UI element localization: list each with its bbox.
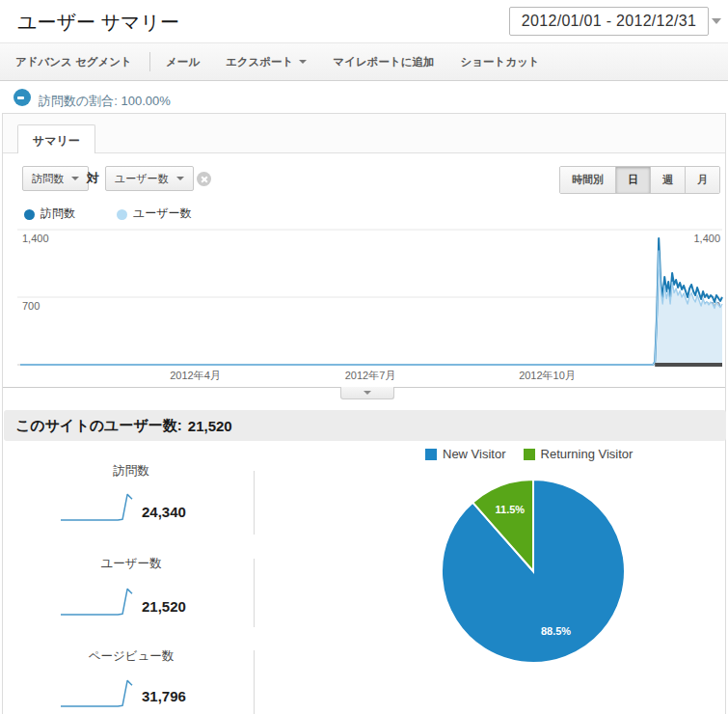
segment-donut-icon — [13, 89, 31, 106]
report-card: サマリー 訪問数 対 ユーザー数 時間別 日 週 月 訪問数 ユーザー数 1,4… — [2, 113, 726, 714]
date-range-picker[interactable]: 2012/01/01 - 2012/12/31 — [509, 7, 709, 36]
audience-overview-report: ユーザー サマリー 2012/01/01 - 2012/12/31 アドバンス … — [0, 0, 728, 714]
add-to-dashboard-button[interactable]: マイレポートに追加 — [333, 55, 434, 69]
primary-metric-label: 訪問数 — [32, 172, 64, 186]
segment-value: 100.00% — [121, 94, 171, 108]
caret-down-icon — [71, 177, 79, 180]
segment-label: 訪問数の割合: — [39, 94, 118, 108]
metric-pageviews-value: 31,796 — [142, 688, 186, 704]
vs-label: 対 — [87, 170, 99, 187]
granularity-hourly-button[interactable]: 時間別 — [560, 167, 615, 193]
summary-banner-value: 21,520 — [188, 418, 232, 434]
metric-visits-label: 訪問数 — [11, 463, 252, 480]
secondary-metric-label: ユーザー数 — [115, 172, 169, 186]
visits-timeline-chart[interactable]: 1,4001,4007007002012年4月2012年7月2012年10月 — [1, 223, 728, 385]
svg-text:700: 700 — [22, 300, 40, 312]
shortcut-button[interactable]: ショートカット — [460, 55, 539, 69]
summary-banner: このサイトのユーザー数: 21,520 — [4, 410, 726, 441]
secondary-metric-dropdown[interactable]: ユーザー数 — [105, 166, 194, 191]
caret-down-icon — [299, 60, 307, 64]
users-legend-label: ユーザー数 — [133, 206, 192, 222]
tab-strip — [3, 114, 725, 153]
date-range-value: 2012/01/01 - 2012/12/31 — [522, 13, 696, 30]
metric-pageviews-sparkline — [59, 674, 134, 709]
svg-text:1,400: 1,400 — [22, 233, 49, 244]
export-button[interactable]: エクスポート — [226, 55, 307, 69]
metric-divider — [254, 650, 255, 714]
summary-banner-label: このサイトのユーザー数: — [15, 417, 182, 435]
advanced-segments-button[interactable]: アドバンス セグメント — [15, 55, 132, 69]
metric-users-label: ユーザー数 — [11, 556, 252, 572]
metric-visits-sparkline — [59, 488, 134, 523]
metric-visits-value: 24,340 — [142, 504, 186, 520]
timeline-collapse-button[interactable] — [340, 387, 394, 399]
toolbar-divider — [149, 52, 150, 71]
new-visitor-swatch — [425, 449, 437, 460]
caret-down-icon — [176, 177, 184, 180]
caret-down-icon — [364, 391, 371, 395]
svg-text:2012年7月: 2012年7月 — [345, 370, 396, 381]
metric-pageviews-label: ページビュー数 — [11, 648, 252, 665]
granularity-day-button[interactable]: 日 — [615, 167, 650, 193]
svg-text:88.5%: 88.5% — [541, 625, 571, 637]
new-visitor-label: New Visitor — [443, 447, 506, 461]
email-button[interactable]: メール — [166, 55, 200, 69]
visits-legend-dot — [24, 209, 35, 220]
export-label: エクスポート — [226, 55, 293, 69]
metric-users-sparkline — [59, 583, 134, 618]
remove-comparison-button[interactable] — [197, 172, 211, 186]
page-title: ユーザー サマリー — [17, 10, 179, 36]
metric-divider — [254, 471, 255, 535]
returning-visitor-label: Returning Visitor — [541, 447, 634, 461]
granularity-month-button[interactable]: 月 — [685, 167, 719, 193]
users-legend-dot — [117, 209, 127, 220]
action-toolbar: アドバンス セグメント メール エクスポート マイレポートに追加 ショートカット — [0, 42, 728, 81]
chevron-down-icon[interactable] — [712, 18, 721, 24]
granularity-toggle-group: 時間別 日 週 月 — [559, 166, 720, 194]
metric-users-value: 21,520 — [142, 598, 186, 615]
visitor-type-pie-chart[interactable]: 88.5%11.5% — [425, 462, 647, 684]
svg-text:2012年10月: 2012年10月 — [519, 370, 576, 381]
svg-text:2012年4月: 2012年4月 — [170, 370, 221, 381]
segment-summary: 訪問数の割合: 100.00% — [39, 93, 171, 110]
visits-legend-label: 訪問数 — [40, 206, 75, 222]
svg-text:1,400: 1,400 — [693, 233, 720, 244]
primary-metric-dropdown[interactable]: 訪問数 — [22, 166, 89, 191]
granularity-week-button[interactable]: 週 — [650, 167, 685, 193]
returning-visitor-swatch — [524, 449, 535, 460]
returning-visitor-legend-item: Returning Visitor — [524, 447, 634, 461]
svg-text:11.5%: 11.5% — [496, 504, 526, 515]
new-visitor-legend-item: New Visitor — [425, 447, 506, 461]
metric-divider — [254, 559, 255, 627]
tab-summary[interactable]: サマリー — [17, 124, 95, 153]
pie-legend: New Visitor Returning Visitor — [425, 447, 633, 461]
